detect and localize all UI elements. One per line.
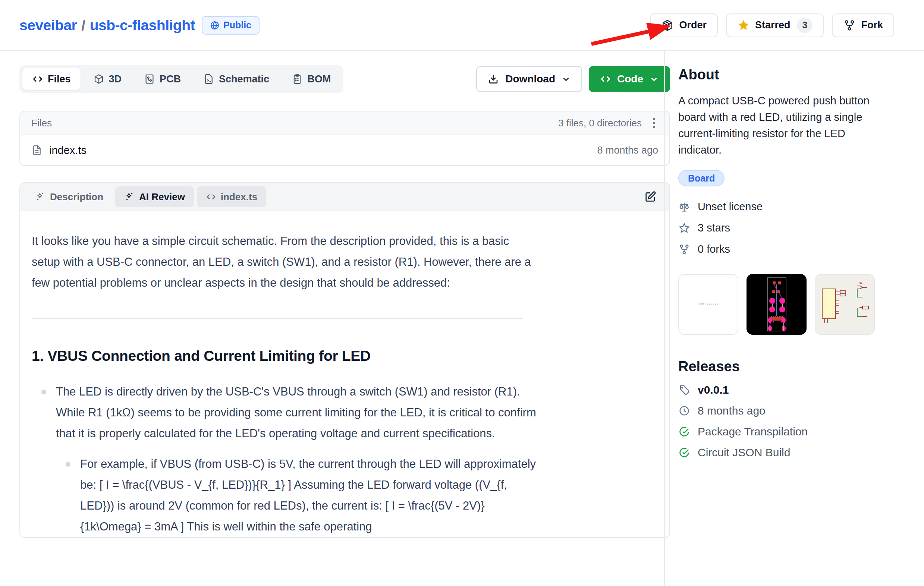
fork-button-label: Fork — [861, 20, 883, 31]
globe-icon — [210, 20, 219, 30]
pcb-preview-thumbnail[interactable] — [746, 274, 807, 335]
forks-label: 0 forks — [698, 243, 730, 255]
tab-schematic[interactable]: Schematic — [193, 68, 279, 90]
fork-icon — [678, 244, 690, 255]
order-button-label: Order — [679, 20, 706, 31]
visibility-badge: Public — [202, 16, 259, 35]
download-button[interactable]: Download — [476, 66, 582, 92]
view-tab-bar: Files 3D PCB — [20, 65, 343, 93]
release-check-circuit-json[interactable]: Circuit JSON Build — [678, 446, 875, 459]
files-panel-title: Files — [31, 117, 52, 129]
file-name: index.ts — [49, 144, 86, 156]
3d-preview-thumbnail[interactable]: 500 — [678, 274, 738, 335]
repo-page: seveibar/usb-c-flashlight Public Order — [0, 0, 924, 586]
tab-files[interactable]: Files — [22, 68, 81, 90]
release-check-label: Circuit JSON Build — [698, 446, 790, 459]
fork-button[interactable]: Fork — [832, 13, 894, 37]
license-row[interactable]: Unset license — [678, 201, 875, 213]
check-circle-icon — [678, 446, 690, 459]
download-icon — [487, 73, 499, 85]
view-toolbar: Files 3D PCB — [20, 65, 670, 93]
breadcrumb-separator: / — [77, 17, 89, 33]
svg-text:R1: R1 — [859, 281, 863, 285]
files-panel: Files 3 files, 0 directories index.ts 8 … — [20, 111, 670, 166]
tab-3d[interactable]: 3D — [84, 68, 132, 90]
star-outline-icon — [678, 222, 690, 234]
license-scale-icon — [678, 201, 690, 213]
schematic-file-icon — [203, 73, 214, 85]
star-icon — [737, 19, 750, 32]
tag-board[interactable]: Board — [678, 170, 724, 186]
fork-icon — [843, 19, 856, 32]
owner-link[interactable]: seveibar — [20, 17, 77, 33]
pcb-icon — [144, 73, 155, 85]
starred-button[interactable]: Starred 3 — [726, 13, 824, 37]
tab-pcb-label: PCB — [160, 73, 181, 85]
schematic-preview-thumbnail[interactable]: R1 — [815, 274, 875, 335]
code-button-label: Code — [617, 73, 643, 85]
release-version-row[interactable]: v0.0.1 — [678, 384, 875, 396]
chevron-down-icon — [649, 74, 659, 84]
about-description: A compact USB-C powered push button boar… — [678, 92, 875, 158]
tab-pcb[interactable]: PCB — [134, 68, 191, 90]
star-count-badge: 3 — [797, 18, 812, 33]
code-icon — [600, 73, 611, 85]
clock-icon — [678, 405, 690, 417]
tab-bom[interactable]: BOM — [282, 68, 340, 90]
divider — [32, 318, 523, 319]
sparkles-icon — [124, 192, 135, 202]
download-button-label: Download — [505, 73, 555, 85]
file-updated: 8 months ago — [597, 145, 658, 156]
content-column: Files 3D PCB — [0, 51, 664, 538]
about-title: About — [678, 67, 875, 83]
releases-section: Releases v0.0.1 8 months ago — [678, 359, 875, 459]
sparkles-icon — [35, 192, 46, 202]
chevron-down-icon — [561, 74, 571, 84]
viewer-tab-bar: Description AI Review index.ts — [20, 183, 669, 211]
review-heading-1: 1. VBUS Connection and Current Limiting … — [32, 348, 537, 364]
code-button[interactable]: Code — [589, 66, 670, 92]
sidebar: About A compact USB-C powered push butto… — [664, 51, 904, 586]
license-label: Unset license — [698, 201, 762, 213]
tab-index-ts[interactable]: index.ts — [197, 186, 266, 207]
release-version: v0.0.1 — [698, 384, 729, 396]
tab-files-label: Files — [48, 73, 71, 85]
files-panel-header: Files 3 files, 0 directories — [20, 112, 669, 135]
tab-bom-label: BOM — [307, 73, 331, 85]
repo-header: seveibar/usb-c-flashlight Public Order — [0, 0, 924, 51]
release-check-transpilation[interactable]: Package Transpilation — [678, 425, 875, 438]
files-summary: 3 files, 0 directories — [558, 117, 642, 129]
edit-pencil-icon — [644, 191, 657, 203]
order-button[interactable]: Order — [650, 13, 718, 37]
tab-description[interactable]: Description — [26, 186, 112, 207]
stars-row[interactable]: 3 stars — [678, 222, 875, 234]
tab-ai-review[interactable]: AI Review — [115, 186, 194, 207]
review-bullet-1: The LED is directly driven by the USB-C'… — [32, 381, 537, 537]
tab-description-label: Description — [50, 191, 103, 203]
files-menu-button[interactable] — [650, 115, 658, 131]
stars-label: 3 stars — [698, 222, 730, 234]
tab-3d-label: 3D — [109, 73, 122, 85]
breadcrumb: seveibar/usb-c-flashlight Public — [20, 16, 259, 35]
file-row[interactable]: index.ts 8 months ago — [20, 135, 669, 165]
review-bullet-list: The LED is directly driven by the USB-C'… — [32, 381, 537, 537]
code-icon — [206, 192, 216, 202]
releases-title: Releases — [678, 359, 875, 375]
viewer-panel: Description AI Review index.ts — [20, 182, 670, 538]
check-circle-icon — [678, 426, 690, 438]
tab-schematic-label: Schematic — [219, 73, 269, 85]
edit-button[interactable] — [641, 188, 660, 206]
tab-index-ts-label: index.ts — [221, 191, 257, 203]
code-icon — [32, 73, 43, 85]
svg-text:500: 500 — [698, 302, 704, 306]
ai-review-content: It looks like you have a simple circuit … — [20, 211, 549, 537]
release-age-row: 8 months ago — [678, 405, 875, 417]
review-bullet-1-1: For example, if VBUS (from USB-C) is 5V,… — [56, 454, 537, 537]
forks-row[interactable]: 0 forks — [678, 243, 875, 255]
tag-icon — [678, 384, 690, 396]
package-icon — [661, 19, 674, 32]
cube-3d-icon — [93, 73, 104, 85]
release-age: 8 months ago — [698, 405, 766, 417]
release-check-label: Package Transpilation — [698, 425, 808, 438]
repo-link[interactable]: usb-c-flashlight — [90, 17, 195, 33]
